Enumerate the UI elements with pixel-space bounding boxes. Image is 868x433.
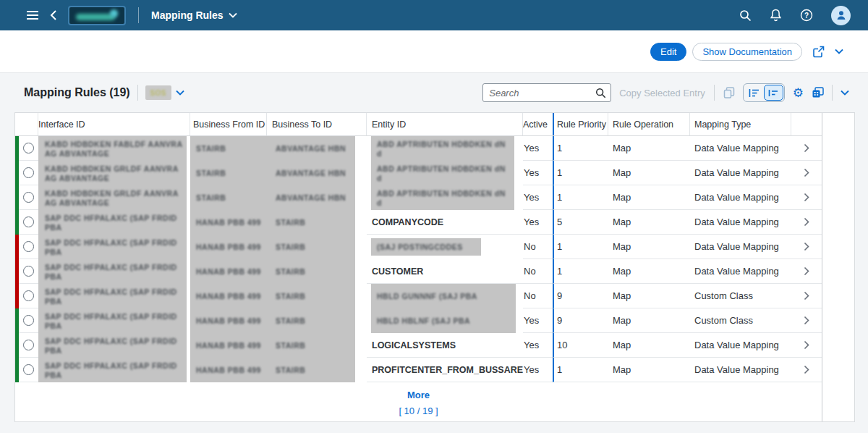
- cell-business-from-to: HANAB PBB 499STAIRB: [190, 333, 367, 358]
- row-navigate-button[interactable]: [791, 235, 822, 259]
- cell-interface-id: SAP DDC HFPALAXC (SAP FRDIDPBA: [38, 284, 190, 308]
- table-row[interactable]: SAP DDC HFPALAXC (SAP FRDIDPBA HANAB PBB…: [15, 284, 822, 308]
- row-radio-button[interactable]: [23, 266, 34, 277]
- table-row[interactable]: SAP DDC HFPALAXC (SAP FRDIDPBA HANAB PBB…: [15, 210, 822, 235]
- cell-entity-id: (SAJ PDSTINGCDDES: [367, 235, 523, 259]
- redacted-interface-id: SAP DDC HFPALAXC (SAP FRDIDPBA: [38, 284, 187, 308]
- redacted-interface-id: SAP DDC HFPALAXC (SAP FRDIDPBA: [38, 308, 187, 333]
- row-radio-button[interactable]: [23, 143, 34, 154]
- row-navigate-button[interactable]: [791, 136, 822, 161]
- redacted-entity-id: ABD APTRIBUTEN HDBDKEN dNd: [371, 161, 514, 185]
- redacted-interface-id: SAP DDC HFPALAXC (SAP FRDIDPBA: [38, 358, 187, 382]
- user-avatar[interactable]: [831, 6, 851, 25]
- cell-active: Yes: [523, 185, 553, 210]
- row-radio-button[interactable]: [23, 315, 34, 326]
- header-rule-priority: Rule Priority: [553, 113, 608, 135]
- cell-business-from-to: STAIRBABVANTAGE HBN: [190, 161, 367, 185]
- cell-rule-priority: 1: [553, 259, 608, 284]
- table-row[interactable]: KABD HDBDKEN GRLDF AANVRAAG ABVANTAGE ST…: [15, 185, 822, 210]
- page-header-actions: Edit Show Documentation: [0, 30, 868, 73]
- notifications-button[interactable]: [770, 9, 782, 22]
- export-menu-button[interactable]: [841, 90, 849, 96]
- cell-interface-id: SAP DDC HFPALAXC (SAP FRDIDPBA: [38, 235, 190, 259]
- row-select-cell: [19, 308, 38, 333]
- app-title-menu[interactable]: Mapping Rules: [151, 9, 237, 21]
- row-radio-button[interactable]: [23, 241, 34, 252]
- redacted-interface-id: SAP DDC HFPALAXC (SAP FRDIDPBA: [38, 210, 187, 235]
- expand-rows-button[interactable]: [764, 85, 783, 101]
- variant-menu-button[interactable]: [176, 90, 184, 96]
- cell-interface-id: SAP DDC HFPALAXC (SAP FRDIDPBA: [38, 259, 190, 284]
- row-navigate-button[interactable]: [791, 161, 822, 185]
- cell-entity-id: COMPANYCODE: [367, 210, 523, 235]
- variant-selector-redacted[interactable]: SOS: [145, 85, 171, 100]
- shell-search-button[interactable]: [739, 9, 752, 22]
- table-row[interactable]: KABD HDBDKEN GRLDF AANVRAAG ABVANTAGE ST…: [15, 161, 822, 185]
- row-radio-button[interactable]: [23, 364, 34, 375]
- row-navigate-button[interactable]: [791, 284, 822, 308]
- row-navigate-button[interactable]: [791, 259, 822, 284]
- cell-active: Yes: [523, 308, 553, 333]
- cell-rule-priority: 1: [553, 161, 608, 185]
- edit-button[interactable]: Edit: [650, 43, 686, 61]
- divider: [138, 7, 139, 23]
- more-button[interactable]: More: [407, 390, 430, 400]
- cell-interface-id: KABD HDBDKEN FABLDF AANVRAAG ABVANTAGE: [38, 136, 190, 161]
- row-navigate-button[interactable]: [791, 308, 822, 333]
- row-navigate-button[interactable]: [791, 333, 822, 358]
- cell-rule-operation: Map: [608, 259, 690, 284]
- redacted-business-from-to: HANAB PBB 499STAIRB: [190, 284, 355, 308]
- export-button[interactable]: [812, 87, 824, 98]
- redacted-business-from-to: HANAB PBB 499STAIRB: [190, 235, 355, 259]
- cell-entity-id: LOGICALSYSTEMS: [367, 333, 523, 358]
- table-row[interactable]: SAP DDC HFPALAXC (SAP FRDIDPBA HANAB PBB…: [15, 358, 822, 382]
- redacted-business-from-to: STAIRBABVANTAGE HBN: [190, 185, 355, 210]
- share-menu-button[interactable]: [835, 49, 843, 54]
- cell-active: Yes: [523, 210, 553, 235]
- cell-rule-priority: 1: [553, 185, 608, 210]
- row-radio-button[interactable]: [23, 192, 34, 203]
- table-row[interactable]: SAP DDC HFPALAXC (SAP FRDIDPBA HANAB PBB…: [15, 308, 822, 333]
- cell-mapping-type: Data Value Mapping: [690, 136, 791, 161]
- menu-icon[interactable]: [26, 10, 39, 20]
- table-row[interactable]: SAP DDC HFPALAXC (SAP FRDIDPBA HANAB PBB…: [15, 333, 822, 358]
- redacted-interface-id: SAP DDC HFPALAXC (SAP FRDIDPBA: [38, 333, 187, 358]
- table-settings-button[interactable]: ⚙: [793, 87, 804, 99]
- collapse-rows-button[interactable]: [744, 85, 764, 101]
- row-select-cell: [19, 210, 38, 235]
- cell-entity-id: ABD APTRIBUTEN HDBDKEN dNd: [367, 185, 523, 210]
- mapping-rules-table-card: Interface ID Business From ID Business T…: [14, 112, 855, 422]
- row-select-cell: [19, 259, 38, 284]
- cell-rule-operation: Map: [608, 284, 690, 308]
- search-icon[interactable]: [595, 88, 606, 98]
- search-input[interactable]: [489, 88, 595, 98]
- cell-entity-id: HBLD GUNNNF (SAJ PBA: [367, 284, 523, 308]
- table-row[interactable]: SAP DDC HFPALAXC (SAP FRDIDPBA HANAB PBB…: [15, 259, 822, 284]
- cell-entity-id: ABD APTRIBUTEN HDBDKEN dNd: [367, 161, 523, 185]
- row-counter: [ 10 / 19 ]: [15, 405, 822, 416]
- row-radio-button[interactable]: [23, 216, 34, 227]
- redacted-business-from-to: HANAB PBB 499STAIRB: [190, 308, 355, 333]
- row-radio-button[interactable]: [23, 167, 34, 178]
- table-row[interactable]: KABD HDBDKEN FABLDF AANVRAAG ABVANTAGE S…: [15, 136, 822, 161]
- cell-mapping-type: Data Value Mapping: [690, 185, 791, 210]
- row-navigate-button[interactable]: [791, 210, 822, 235]
- row-navigate-button[interactable]: [791, 358, 822, 382]
- cell-business-from-to: HANAB PBB 499STAIRB: [190, 259, 367, 284]
- redacted-interface-id: KABD HDBDKEN GRLDF AANVRAAG ABVANTAGE: [38, 185, 187, 210]
- copy-button[interactable]: [723, 87, 735, 98]
- row-radio-button[interactable]: [23, 290, 34, 301]
- copy-selected-entry-button[interactable]: Copy Selected Entry: [619, 88, 705, 98]
- row-radio-button[interactable]: [23, 340, 34, 350]
- cell-entity-id: PROFITCENTER_FROM_BUSSAREA: [367, 358, 523, 382]
- show-documentation-button[interactable]: Show Documentation: [692, 43, 802, 61]
- table-row[interactable]: SAP DDC HFPALAXC (SAP FRDIDPBA HANAB PBB…: [15, 235, 822, 259]
- chevron-right-icon: [804, 340, 809, 350]
- condensed-rows-icon: [749, 88, 760, 98]
- back-button[interactable]: [50, 9, 57, 21]
- chevron-down-icon: [176, 90, 184, 96]
- help-button[interactable]: ?: [800, 9, 813, 22]
- row-navigate-button[interactable]: [791, 185, 822, 210]
- person-icon: [835, 9, 847, 21]
- share-button[interactable]: [812, 46, 825, 58]
